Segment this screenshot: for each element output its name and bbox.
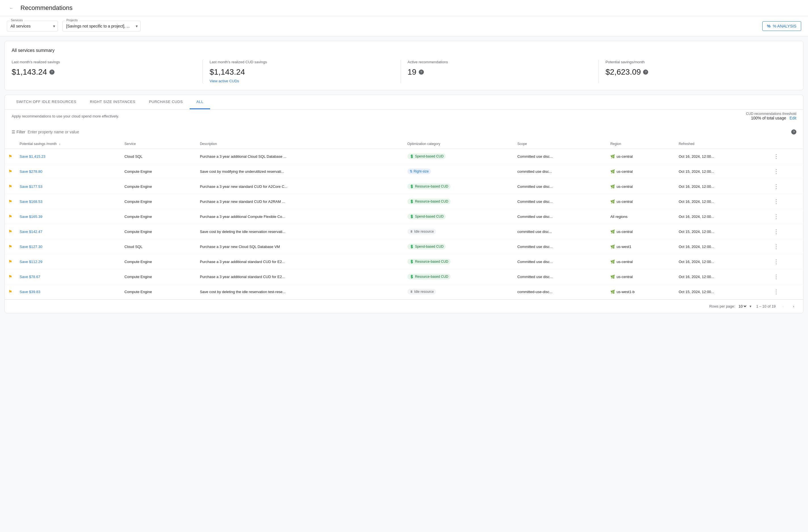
realized-savings-info-icon[interactable]: ? bbox=[50, 70, 55, 75]
description-cell: Save cost by deleting the idle reservati… bbox=[197, 224, 404, 239]
save-link[interactable]: Save $278.80 bbox=[20, 169, 42, 174]
flag-icon: ⚑ bbox=[8, 274, 12, 279]
scope-cell: Committed use disc... bbox=[514, 269, 607, 284]
save-link[interactable]: Save $127.30 bbox=[20, 245, 42, 249]
potential-savings-label: Potential savings/month bbox=[606, 60, 790, 64]
more-actions-button[interactable]: ⋮ bbox=[772, 227, 781, 236]
service-cell: Compute Engine bbox=[121, 209, 197, 224]
services-filter[interactable]: Services All services ▾ bbox=[7, 21, 58, 32]
cud-threshold-value: 100% of total usage bbox=[751, 116, 786, 120]
flag-cell: ⚑ bbox=[5, 149, 16, 164]
region-td: 🌿us-central bbox=[607, 149, 675, 164]
save-link[interactable]: Save $1,415.23 bbox=[20, 154, 45, 158]
filter-help-icon[interactable]: ? bbox=[791, 129, 796, 134]
service-cell: Compute Engine bbox=[121, 269, 197, 284]
category-icon: 💲 bbox=[410, 154, 414, 158]
prev-page-button[interactable]: ‹ bbox=[780, 303, 786, 309]
description-cell: Purchase a 3 year new Cloud SQL Database… bbox=[197, 239, 404, 254]
services-label: Services bbox=[10, 18, 24, 22]
table-row: ⚑ Save $168.53 Compute Engine Purchase a… bbox=[5, 194, 803, 209]
actions-cell: ⋮ bbox=[768, 269, 803, 284]
category-cell: 💲 Spend-based CUD bbox=[404, 239, 514, 254]
more-actions-button[interactable]: ⋮ bbox=[772, 197, 781, 206]
category-badge: 💲 Resource-based CUD bbox=[407, 184, 451, 189]
actions-cell: ⋮ bbox=[768, 149, 803, 164]
flag-icon: ⚑ bbox=[8, 169, 12, 174]
rows-per-page-select[interactable]: 10 bbox=[737, 304, 747, 309]
refreshed-cell: Oct 15, 2024, 12:00... bbox=[675, 284, 768, 299]
more-actions-button[interactable]: ⋮ bbox=[772, 152, 781, 161]
save-link[interactable]: Save $177.53 bbox=[20, 185, 42, 189]
view-active-cuds-link[interactable]: View active CUDs bbox=[209, 79, 393, 83]
save-link[interactable]: Save $78.67 bbox=[20, 275, 40, 279]
flag-cell: ⚑ bbox=[5, 239, 16, 254]
flag-icon: ⚑ bbox=[8, 214, 12, 219]
back-button[interactable]: ← bbox=[7, 3, 16, 13]
service-cell: Compute Engine bbox=[121, 254, 197, 269]
table-row: ⚑ Save $142.47 Compute Engine Save cost … bbox=[5, 224, 803, 239]
filter-icon: ☰ Filter bbox=[12, 130, 25, 134]
savings-cell: Save $278.80 bbox=[16, 164, 121, 179]
rows-per-page: Rows per page: 10 ▾ bbox=[709, 304, 752, 309]
analysis-button[interactable]: % % ANALYSIS bbox=[762, 21, 801, 31]
category-icon: 💲 bbox=[410, 275, 414, 279]
service-cell: Compute Engine bbox=[121, 179, 197, 194]
region-cell: 🌿us-west1-b bbox=[610, 290, 672, 294]
scope-cell: committed use disc... bbox=[514, 224, 607, 239]
col-savings[interactable]: Potential savings /month ↓ bbox=[16, 139, 121, 149]
save-link[interactable]: Save $112.29 bbox=[20, 260, 42, 264]
more-actions-button[interactable]: ⋮ bbox=[772, 182, 781, 191]
filter-input[interactable] bbox=[27, 130, 791, 134]
leaf-icon: 🌿 bbox=[610, 230, 615, 234]
category-cell: ⏸ Idle resource bbox=[404, 224, 514, 239]
more-icon: ⋮ bbox=[773, 198, 779, 205]
pagination: Rows per page: 10 ▾ 1 – 10 of 19 ‹ › bbox=[5, 299, 803, 313]
more-actions-button[interactable]: ⋮ bbox=[772, 242, 781, 251]
leaf-icon: 🌿 bbox=[610, 200, 615, 204]
flag-cell: ⚑ bbox=[5, 284, 16, 299]
tabs-bar: SWITCH OFF IDLE RESOURCES RIGHT SIZE INS… bbox=[5, 95, 803, 110]
region-cell: 🌿us-central bbox=[610, 260, 672, 264]
leaf-icon: 🌿 bbox=[610, 245, 615, 249]
more-icon: ⋮ bbox=[773, 258, 779, 265]
projects-select[interactable]: [Savings not specific to a project], ... bbox=[62, 21, 141, 32]
flag-cell: ⚑ bbox=[5, 254, 16, 269]
refreshed-cell: Oct 16, 2024, 12:00... bbox=[675, 149, 768, 164]
cud-savings-value: $1,143.24 bbox=[209, 68, 393, 77]
savings-cell: Save $168.53 bbox=[16, 194, 121, 209]
region-td: All regions bbox=[607, 209, 675, 224]
category-badge: ⏸ Idle resource bbox=[407, 289, 436, 294]
table-row: ⚑ Save $177.53 Compute Engine Purchase a… bbox=[5, 179, 803, 194]
more-actions-button[interactable]: ⋮ bbox=[772, 167, 781, 176]
col-refreshed: Refreshed bbox=[675, 139, 768, 149]
tab-all[interactable]: ALL bbox=[190, 95, 210, 109]
prev-page-icon: ‹ bbox=[783, 304, 784, 308]
more-actions-button[interactable]: ⋮ bbox=[772, 287, 781, 296]
savings-cell: Save $127.30 bbox=[16, 239, 121, 254]
more-actions-button[interactable]: ⋮ bbox=[772, 272, 781, 281]
cud-threshold-edit-link[interactable]: Edit bbox=[790, 116, 796, 120]
category-cell: 💲 Resource-based CUD bbox=[404, 254, 514, 269]
next-page-button[interactable]: › bbox=[791, 303, 796, 309]
projects-filter[interactable]: Projects [Savings not specific to a proj… bbox=[62, 21, 141, 32]
save-link[interactable]: Save $142.47 bbox=[20, 230, 42, 234]
flag-icon: ⚑ bbox=[8, 244, 12, 249]
save-link[interactable]: Save $165.39 bbox=[20, 214, 42, 219]
active-recs-info-icon[interactable]: ? bbox=[419, 70, 424, 75]
save-link[interactable]: Save $168.53 bbox=[20, 200, 42, 204]
region-cell: 🌿us-central bbox=[610, 200, 672, 204]
services-select[interactable]: All services bbox=[7, 21, 58, 32]
description-cell: Purchase a 3 year additional standard CU… bbox=[197, 269, 404, 284]
actions-cell: ⋮ bbox=[768, 254, 803, 269]
tab-right-size[interactable]: RIGHT SIZE INSTANCES bbox=[83, 95, 142, 109]
tab-purchase-cuds[interactable]: PURCHASE CUDS bbox=[142, 95, 190, 109]
category-badge: 💲 Resource-based CUD bbox=[407, 198, 451, 204]
scope-cell: Committed use disc... bbox=[514, 239, 607, 254]
potential-savings-info-icon[interactable]: ? bbox=[643, 70, 648, 75]
save-link[interactable]: Save $39.83 bbox=[20, 290, 40, 294]
category-cell: 💲 Resource-based CUD bbox=[404, 179, 514, 194]
category-cell: ⏸ Idle resource bbox=[404, 284, 514, 299]
more-actions-button[interactable]: ⋮ bbox=[772, 212, 781, 221]
tab-switch-off-idle[interactable]: SWITCH OFF IDLE RESOURCES bbox=[10, 95, 83, 109]
more-actions-button[interactable]: ⋮ bbox=[772, 257, 781, 266]
